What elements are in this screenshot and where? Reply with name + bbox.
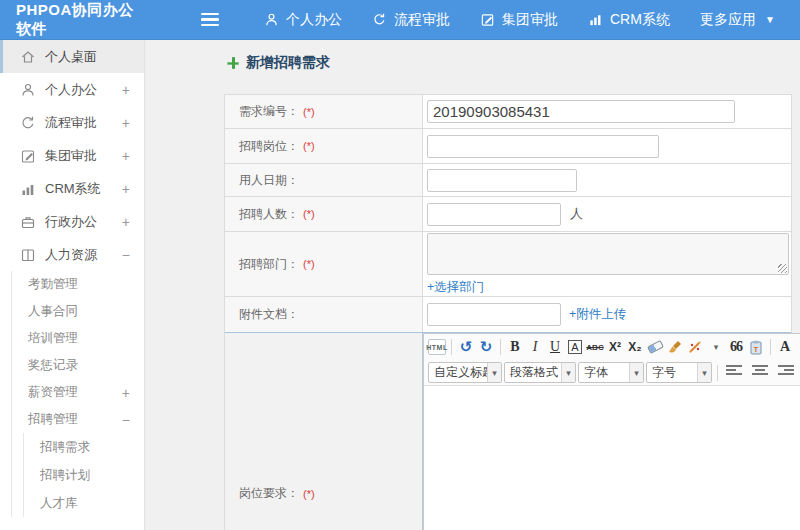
select-department-link[interactable]: +选择部门: [427, 279, 484, 296]
bar-chart-icon: [20, 181, 36, 197]
collapse-minus-icon[interactable]: −: [122, 247, 130, 263]
sidebar-item-salary[interactable]: 薪资管理 +: [12, 379, 144, 406]
toolbar-separator: [451, 339, 452, 355]
required-mark: (*): [303, 258, 315, 270]
nav-more-apps[interactable]: 更多应用 ▼: [685, 0, 790, 40]
sidebar-item-process-approval[interactable]: 流程审批 +: [0, 106, 144, 139]
field-label: 用人日期：: [239, 172, 299, 189]
caret-down-icon: ▼: [765, 14, 775, 25]
sidebar-item-personal-desktop[interactable]: 个人桌面: [0, 40, 144, 73]
main-content: 新增招聘需求 需求编号： (*) 招聘岗位： (*): [145, 40, 800, 530]
hire-date-input[interactable]: [427, 169, 577, 192]
sidebar-item-recruit-plan[interactable]: 招聘计划: [24, 461, 144, 489]
custom-title-dropdown[interactable]: 自定义标题 ▾: [428, 362, 502, 383]
required-mark: (*): [303, 208, 315, 220]
form-row-job-requirements: 岗位要求： (*) HTML ↺ ↻ B I U: [225, 332, 791, 530]
sidebar-item-training[interactable]: 培训管理: [12, 325, 144, 352]
attachment-upload-link[interactable]: +附件上传: [569, 306, 626, 323]
toolbar-separator: [770, 339, 771, 355]
char-border-button[interactable]: A: [566, 337, 584, 357]
headcount-input[interactable]: [427, 203, 561, 226]
strikethrough-button[interactable]: ABC: [586, 337, 604, 357]
sidebar-item-hr[interactable]: 人力资源 −: [0, 238, 144, 271]
caret-down-icon: ▾: [697, 363, 711, 382]
toolbar-separator: [717, 365, 718, 381]
menu-icon[interactable]: [201, 13, 219, 27]
sidebar-item-recruit-demand[interactable]: 招聘需求: [24, 433, 144, 461]
paste-text-icon[interactable]: T: [747, 337, 765, 357]
caret-down-icon[interactable]: ▾: [707, 337, 725, 357]
home-icon: [20, 49, 36, 65]
hr-submenu: 考勤管理 人事合同 培训管理 奖惩记录 薪资管理 + 招聘管理 − 招聘需求: [11, 271, 144, 517]
eraser-icon[interactable]: [646, 337, 664, 357]
field-label: 招聘部门：: [239, 256, 299, 273]
edit-square-icon: [20, 148, 36, 164]
user-icon: [264, 12, 279, 27]
rich-text-editor: HTML ↺ ↻ B I U A ABC X²: [423, 333, 800, 530]
expand-plus-icon[interactable]: +: [122, 385, 130, 401]
align-right-icon[interactable]: [778, 364, 796, 382]
demand-no-input[interactable]: [427, 100, 735, 123]
book-icon: [20, 247, 36, 263]
align-center-icon[interactable]: [752, 364, 770, 382]
caret-down-icon: ▾: [561, 363, 575, 382]
form-row-position: 招聘岗位： (*): [225, 129, 791, 164]
color-dots-icon[interactable]: [686, 337, 704, 357]
font-family-dropdown[interactable]: 字体 ▾: [578, 362, 644, 383]
blockquote-button[interactable]: 66: [727, 337, 745, 357]
align-left-icon[interactable]: [726, 364, 744, 382]
underline-button[interactable]: U: [546, 337, 564, 357]
required-mark: (*): [303, 140, 315, 152]
sidebar-item-recruit-mgmt[interactable]: 招聘管理 −: [12, 406, 144, 433]
svg-text:T: T: [754, 345, 759, 352]
undo-icon[interactable]: ↺: [457, 337, 475, 357]
caret-down-icon: ▾: [629, 363, 643, 382]
app-header: PHPOA协同办公软件 个人办公 流程审批: [0, 0, 800, 40]
collapse-minus-icon[interactable]: −: [122, 412, 130, 428]
editor-toolbar-row-2: 自定义标题 ▾ 段落格式 ▾ 字体 ▾: [424, 360, 800, 386]
subscript-button[interactable]: X₂: [626, 337, 644, 357]
sidebar-item-personal-office[interactable]: 个人办公 +: [0, 73, 144, 106]
sidebar: 个人桌面 个人办公 + 流程审批 +: [0, 40, 145, 530]
form-row-attachment: 附件文档： +附件上传: [225, 297, 791, 333]
expand-plus-icon[interactable]: +: [122, 214, 130, 230]
nav-group-approval[interactable]: 集团审批: [465, 0, 573, 40]
bold-button[interactable]: B: [506, 337, 524, 357]
position-input[interactable]: [427, 135, 659, 158]
expand-plus-icon[interactable]: +: [122, 148, 130, 164]
recruit-demand-form: 需求编号： (*) 招聘岗位： (*) 用人日期：: [224, 94, 792, 530]
sidebar-item-group-approval[interactable]: 集团审批 +: [0, 139, 144, 172]
nav-process-approval[interactable]: 流程审批: [357, 0, 465, 40]
sidebar-item-hr-contract[interactable]: 人事合同: [12, 298, 144, 325]
process-icon: [372, 12, 387, 27]
redo-icon[interactable]: ↻: [477, 337, 495, 357]
nav-crm-system[interactable]: CRM系统: [573, 0, 685, 40]
field-label: 需求编号：: [239, 103, 299, 120]
editor-content-area[interactable]: [424, 386, 800, 530]
sidebar-item-talent-pool[interactable]: 人才库: [24, 489, 144, 517]
briefcase-icon: [20, 214, 36, 230]
sidebar-item-admin-office[interactable]: 行政办公 +: [0, 205, 144, 238]
expand-plus-icon[interactable]: +: [122, 115, 130, 131]
department-textarea[interactable]: [427, 233, 789, 275]
edit-square-icon: [480, 12, 495, 27]
expand-plus-icon[interactable]: +: [122, 82, 130, 98]
format-brush-icon[interactable]: [666, 337, 684, 357]
editor-toolbar-row-1: HTML ↺ ↻ B I U A ABC X²: [424, 334, 800, 360]
sidebar-item-rewards[interactable]: 奖惩记录: [12, 352, 144, 379]
form-row-department: 招聘部门： (*) +选择部门: [225, 232, 791, 297]
field-label: 招聘人数：: [239, 206, 299, 223]
source-code-button[interactable]: HTML: [428, 339, 446, 355]
bar-chart-icon: [588, 12, 603, 27]
nav-personal-office[interactable]: 个人办公: [249, 0, 357, 40]
expand-plus-icon[interactable]: +: [122, 181, 130, 197]
paragraph-format-dropdown[interactable]: 段落格式 ▾: [504, 362, 576, 383]
sidebar-item-attendance[interactable]: 考勤管理: [12, 271, 144, 298]
sidebar-item-crm[interactable]: CRM系统 +: [0, 172, 144, 205]
font-color-button[interactable]: A: [776, 337, 794, 357]
superscript-button[interactable]: X²: [606, 337, 624, 357]
attachment-input[interactable]: [427, 303, 561, 326]
font-size-dropdown[interactable]: 字号 ▾: [646, 362, 712, 383]
required-mark: (*): [303, 488, 315, 500]
italic-button[interactable]: I: [526, 337, 544, 357]
